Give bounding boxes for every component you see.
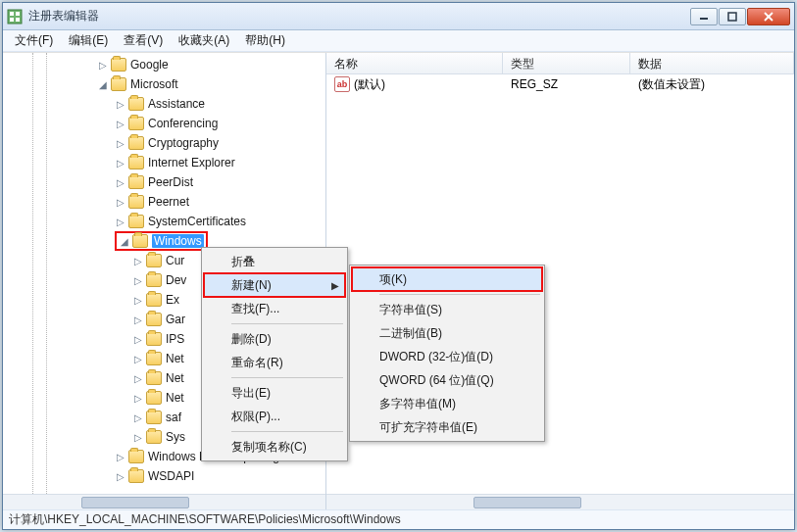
- titlebar: 注册表编辑器: [3, 3, 794, 30]
- expand-icon[interactable]: ▷: [115, 137, 126, 149]
- expand-icon[interactable]: ▷: [132, 314, 144, 325]
- menu-view[interactable]: 查看(V): [116, 30, 171, 51]
- expand-icon[interactable]: ▷: [115, 451, 126, 462]
- expand-icon[interactable]: ▷: [115, 118, 126, 129]
- menu-separator: [379, 294, 540, 295]
- tree-label: Google: [130, 58, 169, 72]
- horizontal-scrollbar[interactable]: [326, 494, 794, 509]
- collapse-icon[interactable]: ◢: [97, 78, 109, 90]
- scroll-thumb[interactable]: [473, 497, 581, 508]
- statusbar: 计算机\HKEY_LOCAL_MACHINE\SOFTWARE\Policies…: [3, 509, 794, 529]
- tree-node[interactable]: ▷Conferencing: [3, 114, 325, 133]
- tree-node[interactable]: ▷Peernet: [3, 192, 325, 212]
- tree-node[interactable]: ▷PeerDist: [3, 172, 325, 192]
- menu-favorites[interactable]: 收藏夹(A): [171, 30, 237, 51]
- col-data[interactable]: 数据: [630, 53, 794, 73]
- maximize-button[interactable]: [719, 8, 746, 25]
- expand-icon[interactable]: ▷: [115, 470, 126, 482]
- folder-icon: [128, 469, 144, 483]
- ctx-rename[interactable]: 重命名(R): [204, 351, 345, 374]
- ctx-new[interactable]: 新建(N)▶: [204, 273, 345, 297]
- expand-icon[interactable]: ▷: [132, 372, 144, 384]
- tree-label: Conferencing: [148, 117, 218, 130]
- folder-icon: [132, 234, 148, 248]
- tree-node[interactable]: ▷WSDAPI: [3, 466, 325, 486]
- col-type[interactable]: 类型: [503, 53, 630, 73]
- svg-rect-2: [16, 12, 20, 16]
- folder-icon: [146, 430, 162, 444]
- col-name[interactable]: 名称: [326, 53, 503, 73]
- folder-icon: [146, 273, 162, 287]
- expand-icon[interactable]: ▷: [115, 196, 126, 208]
- folder-icon: [128, 175, 144, 189]
- ctx-new-qword[interactable]: QWORD (64 位)值(Q): [352, 368, 542, 392]
- folder-icon: [146, 254, 162, 267]
- tree-label: Net: [166, 391, 184, 405]
- ctx-permissions[interactable]: 权限(P)...: [204, 405, 345, 428]
- scroll-thumb[interactable]: [81, 497, 189, 508]
- tree-label: saf: [166, 411, 181, 424]
- horizontal-scrollbar[interactable]: [3, 494, 325, 509]
- ctx-new-dword[interactable]: DWORD (32-位)值(D): [352, 345, 542, 368]
- folder-icon: [111, 77, 126, 91]
- menu-help[interactable]: 帮助(H): [237, 30, 293, 51]
- expand-icon[interactable]: ▷: [132, 411, 144, 423]
- ctx-export[interactable]: 导出(E): [204, 381, 345, 405]
- expand-icon[interactable]: ▷: [115, 157, 126, 169]
- expand-icon[interactable]: ▷: [115, 216, 126, 227]
- expand-icon[interactable]: ▷: [132, 274, 144, 286]
- ctx-collapse[interactable]: 折叠: [204, 250, 345, 273]
- collapse-icon[interactable]: ◢: [119, 235, 130, 247]
- folder-icon: [128, 215, 144, 228]
- folder-icon: [146, 352, 162, 365]
- ctx-new-expandstring[interactable]: 可扩充字符串值(E): [352, 415, 542, 439]
- menu-edit[interactable]: 编辑(E): [61, 30, 116, 51]
- list-row[interactable]: ab (默认) REG_SZ (数值未设置): [326, 74, 794, 94]
- status-path: 计算机\HKEY_LOCAL_MACHINE\SOFTWARE\Policies…: [9, 511, 401, 528]
- menu-file[interactable]: 文件(F): [7, 30, 61, 51]
- folder-icon: [146, 313, 162, 326]
- tree-label: Net: [166, 352, 184, 365]
- ctx-find[interactable]: 查找(F)...: [204, 297, 345, 320]
- tree-node[interactable]: ▷Assistance: [3, 94, 325, 114]
- ctx-delete[interactable]: 删除(D): [204, 327, 345, 351]
- close-button[interactable]: [747, 8, 790, 25]
- tree-node[interactable]: ▷Cryptography: [3, 133, 325, 153]
- folder-icon: [128, 117, 144, 130]
- expand-icon[interactable]: ▷: [132, 255, 144, 266]
- context-submenu-new: 项(K) 字符串值(S) 二进制值(B) DWORD (32-位)值(D) QW…: [349, 265, 545, 442]
- expand-icon[interactable]: ▷: [115, 176, 126, 188]
- ctx-new-string[interactable]: 字符串值(S): [352, 298, 542, 321]
- folder-icon: [146, 371, 162, 385]
- expand-icon[interactable]: ▷: [132, 333, 144, 345]
- tree-node[interactable]: ▷SystemCertificates: [3, 212, 325, 231]
- folder-icon: [111, 58, 126, 72]
- tree-label: Assistance: [148, 97, 205, 111]
- ctx-new-key[interactable]: 项(K): [352, 267, 542, 291]
- folder-icon: [146, 411, 162, 424]
- tree-label: Internet Explorer: [148, 156, 235, 169]
- tree-node[interactable]: ▷Internet Explorer: [3, 153, 325, 172]
- tree-label: Gar: [166, 313, 185, 326]
- folder-icon: [128, 450, 144, 463]
- expand-icon[interactable]: ▷: [132, 353, 144, 364]
- expand-icon[interactable]: ▷: [97, 59, 109, 71]
- ctx-new-binary[interactable]: 二进制值(B): [352, 321, 542, 345]
- folder-icon: [146, 391, 162, 405]
- expand-icon[interactable]: ▷: [132, 294, 144, 306]
- expand-icon[interactable]: ▷: [115, 98, 126, 110]
- cell-data: (数值未设置): [630, 74, 794, 95]
- list-header: 名称 类型 数据: [326, 53, 794, 74]
- ctx-copy-key-name[interactable]: 复制项名称(C): [204, 435, 345, 459]
- folder-icon: [128, 156, 144, 169]
- tree-node-google[interactable]: ▷ Google: [3, 55, 325, 74]
- highlight-annotation: ◢ Windows: [115, 231, 208, 251]
- tree-node-microsoft[interactable]: ◢ Microsoft: [3, 74, 325, 94]
- minimize-button[interactable]: [690, 8, 718, 25]
- folder-icon: [128, 195, 144, 209]
- tree-label: Dev: [166, 273, 186, 287]
- ctx-new-multistring[interactable]: 多字符串值(M): [352, 392, 542, 415]
- expand-icon[interactable]: ▷: [132, 431, 144, 443]
- expand-icon[interactable]: ▷: [132, 392, 144, 404]
- cell-name: ab (默认): [326, 74, 503, 95]
